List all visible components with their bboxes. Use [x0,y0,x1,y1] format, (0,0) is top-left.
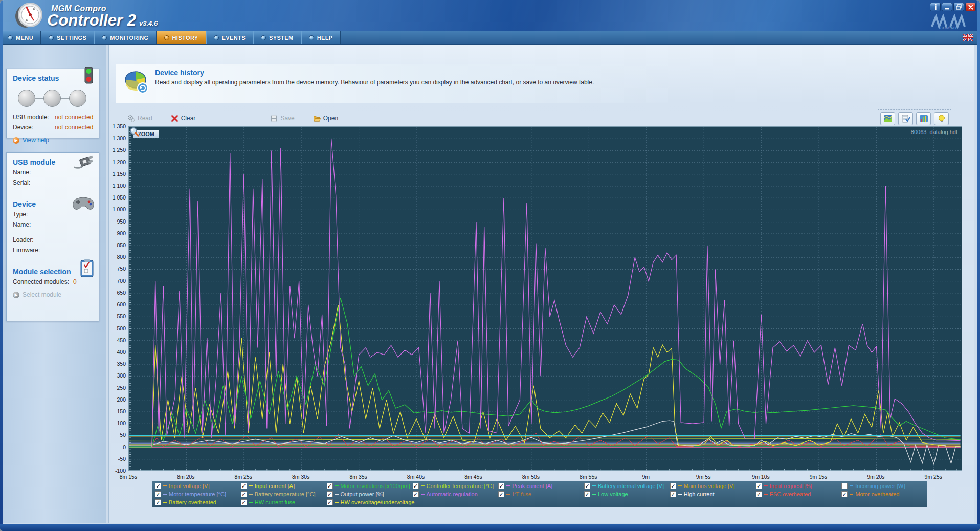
connected-modules-label: Connected modules: [13,278,73,285]
legend-checkbox[interactable]: ✓ [327,499,333,505]
legend-item: ✓Motor temperature [°C] [155,490,241,498]
clear-x-icon [171,115,179,122]
arrow-icon: ▶ [13,137,19,144]
legend-checkbox[interactable]: ✓ [413,491,419,497]
x-tick-label: 8m 55s [568,474,609,480]
read-button[interactable]: Read [127,115,152,122]
gauge-logo-icon [14,1,44,30]
window-info-button[interactable] [930,3,941,11]
window-minimize-button[interactable] [942,3,952,11]
main-panel: Device history Read and display all oper… [108,45,974,523]
y-tick-label: 950 [117,218,126,225]
series-color-dash-icon [764,494,768,495]
legend-item: ✓Output power [%] [327,490,413,498]
legend-label: ESC overheated [770,491,811,497]
legend-checkbox[interactable]: ✓ [584,483,590,489]
legend-label: Peak current [A] [512,483,552,489]
chart-view-buttons [878,109,951,128]
legend-item: ✓Low voltage [584,490,670,498]
advanced-chart-button[interactable] [916,112,931,125]
legend-item: ✓Automatic regulation [413,490,499,498]
tab-settings[interactable]: SETTINGS [41,31,94,44]
save-button[interactable]: Save [270,115,294,122]
report-table-button[interactable] [898,112,913,125]
legend-checkbox[interactable]: ✓ [241,499,247,505]
y-tick-label: 1 300 [113,135,126,141]
version-label: v3.4.6 [139,19,158,27]
title-bar: MGM Compro Controller 2v3.4.6 COMPRO [0,0,980,31]
tab-events[interactable]: EVENTS [206,31,253,44]
tab-help[interactable]: HELP [301,31,341,44]
legend-checkbox[interactable]: ✓ [155,483,161,489]
series-legend: ✓Input voltage [V]✓Motor temperature [°C… [152,481,927,507]
legend-checkbox[interactable]: ✓ [670,483,676,489]
x-tick-label: 8m 20s [165,474,206,480]
legend-label: Input request [%] [770,483,812,489]
open-button[interactable]: Open [313,115,338,122]
language-flag-icon[interactable] [963,34,973,41]
x-tick-label: 9m 25s [913,474,954,480]
legend-checkbox[interactable]: ✓ [498,491,504,497]
legend-item: ✓Battery temperature [°C] [241,490,327,498]
y-tick-label: 850 [117,242,126,248]
y-tick-label: 150 [117,408,126,414]
usb-plug-icon [73,154,95,169]
legend-item: ✓Peak current [A] [498,482,584,490]
legend-item: ✓Input current [A] [241,482,327,490]
legend-label: Incoming power [W] [855,483,905,489]
connection-knob [69,90,86,107]
usb-name-label: Name: [13,169,55,176]
magnifier-icon[interactable] [129,127,139,137]
legend-item: ✓Controller temperature [°C] [413,482,499,490]
legend-checkbox[interactable]: ✓ [498,483,504,489]
legend-checkbox[interactable]: ✓ [841,491,848,497]
legend-checkbox[interactable]: ✓ [413,483,419,489]
page-description: Read and display all operating parameter… [155,79,666,86]
page-header: Device history Read and display all oper… [116,64,679,103]
series-color-dash-icon [678,494,682,495]
tab-monitoring[interactable]: MONITORING [94,31,156,44]
legend-checkbox[interactable]: ✓ [241,483,247,489]
legend-item: ✓Input voltage [V] [155,482,241,490]
chart-view-button[interactable] [880,112,895,125]
y-tick-label: 100 [117,420,126,426]
legend-item: ✓Input request [%] [756,482,842,490]
select-module-link[interactable]: ▶ Select module [7,287,99,298]
legend-checkbox[interactable]: ✓ [155,499,161,505]
usb-module-status-row: USB module: not connected [7,112,99,122]
legend-checkbox[interactable]: ✓ [241,491,247,497]
history-chart-plot[interactable]: ZOOM 80063_datalog.hdf [128,126,962,471]
hint-bulb-button[interactable] [934,112,949,125]
legend-checkbox[interactable]: ✓ [155,491,161,497]
legend-checkbox[interactable]: ✓ [327,483,333,489]
legend-checkbox[interactable] [841,483,848,489]
legend-checkbox[interactable]: ✓ [670,491,676,497]
window-restore-button[interactable] [953,3,964,11]
view-help-link[interactable]: ▶ View help [7,132,99,144]
svg-text:COMPRO: COMPRO [940,26,956,30]
legend-checkbox[interactable]: ✓ [756,483,762,489]
legend-checkbox[interactable]: ✓ [584,491,590,497]
tab-system[interactable]: SYSTEM [253,31,301,44]
y-tick-label: 900 [117,230,126,236]
y-tick-label: 800 [117,254,126,260]
legend-label: Motor overheated [855,491,899,497]
tab-history[interactable]: HISTORY [157,31,206,44]
legend-label: Motor temperature [°C] [169,491,226,497]
tab-bullet-icon [49,35,54,40]
legend-checkbox[interactable]: ✓ [756,491,762,497]
window-close-button[interactable] [965,3,976,11]
clear-button[interactable]: Clear [171,115,196,122]
open-folder-icon [313,115,321,122]
series-color-dash-icon [850,494,853,495]
tab-menu[interactable]: MENU [0,31,41,44]
legend-item: ✓Main bus voltage [V] [670,482,756,490]
device-type-label: Type: [13,211,55,218]
arrow-icon: ▶ [13,292,19,298]
connection-knob [43,90,61,107]
clipboard-check-icon [79,258,95,278]
y-tick-label: 1 000 [113,206,126,212]
tab-bullet-icon [309,35,314,40]
legend-checkbox[interactable]: ✓ [327,491,333,497]
series-line [129,298,961,447]
